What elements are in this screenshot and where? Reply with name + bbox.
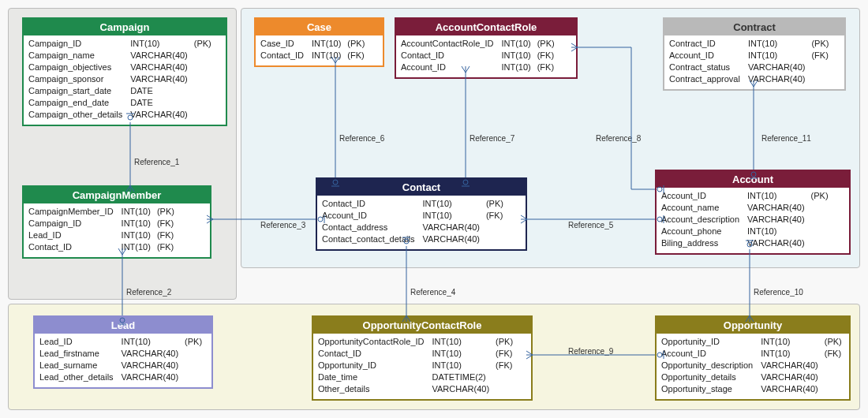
entity-lead[interactable]: Lead Lead_IDLead_firstnameLead_surnameLe… (33, 315, 213, 389)
ref-label-6: Reference_6 (339, 134, 384, 143)
entity-fields: Account_IDAccount_nameAccount_descriptio… (657, 188, 849, 253)
entity-fields: Contract_IDAccount_IDContract_statusCont… (664, 35, 844, 89)
entity-case[interactable]: Case Case_IDContact_IDINT(10)INT(10)(PK)… (254, 17, 384, 67)
entity-fields: Lead_IDLead_firstnameLead_surnameLead_ot… (35, 334, 211, 387)
ref-label-8: Reference_8 (596, 134, 641, 143)
entity-fields: OpportunityContactRole_IDContact_IDOppor… (313, 334, 531, 399)
entity-title: Account (657, 171, 849, 188)
entity-opportunity[interactable]: Opportunity Opportunity_IDAccount_IDOppo… (655, 315, 851, 401)
ref-label-11: Reference_11 (761, 134, 811, 143)
entity-campaignmember[interactable]: CampaignMember CampaignMember_IDCampaign… (22, 185, 211, 259)
entity-title: OpportunityContactRole (313, 317, 531, 334)
entity-fields: CampaignMember_IDCampaign_IDLead_IDConta… (24, 203, 210, 257)
entity-fields: Case_IDContact_IDINT(10)INT(10)(PK)(FK) (256, 35, 383, 65)
entity-title: Case (256, 19, 383, 35)
entity-title: Contact (317, 179, 526, 196)
entity-title: Opportunity (657, 317, 849, 334)
entity-account[interactable]: Account Account_IDAccount_nameAccount_de… (655, 170, 851, 255)
entity-opportunitycontactrole[interactable]: OpportunityContactRole OpportunityContac… (312, 315, 533, 401)
ref-label-10: Reference_10 (754, 288, 803, 297)
ref-label-2: Reference_2 (126, 288, 171, 297)
entity-fields: Campaign_IDCampaign_nameCampaign_objecti… (24, 35, 226, 125)
ref-label-5: Reference_5 (568, 221, 613, 230)
entity-fields: Contact_IDAccount_IDContact_addressConta… (317, 196, 526, 249)
entity-title: Contract (664, 19, 844, 35)
entity-fields: Opportunity_IDAccount_IDOpportunity_desc… (657, 334, 849, 399)
entity-fields: AccountContactRole_IDContact_IDAccount_I… (396, 35, 576, 77)
ref-label-7: Reference_7 (470, 134, 514, 143)
ref-label-4: Reference_4 (410, 288, 455, 297)
ref-label-3: Reference_3 (260, 221, 305, 230)
entity-campaign[interactable]: Campaign Campaign_IDCampaign_nameCampaig… (22, 17, 227, 126)
entity-title: Lead (35, 317, 211, 334)
entity-contract[interactable]: Contract Contract_IDAccount_IDContract_s… (663, 17, 846, 91)
ref-label-1: Reference_1 (134, 158, 179, 166)
entity-title: AccountContactRole (396, 19, 576, 35)
entity-title: CampaignMember (24, 187, 210, 203)
entity-title: Campaign (24, 19, 226, 35)
ref-label-9: Reference_9 (568, 347, 613, 356)
entity-contact[interactable]: Contact Contact_IDAccount_IDContact_addr… (316, 177, 527, 251)
entity-accountcontactrole[interactable]: AccountContactRole AccountContactRole_ID… (395, 17, 578, 79)
